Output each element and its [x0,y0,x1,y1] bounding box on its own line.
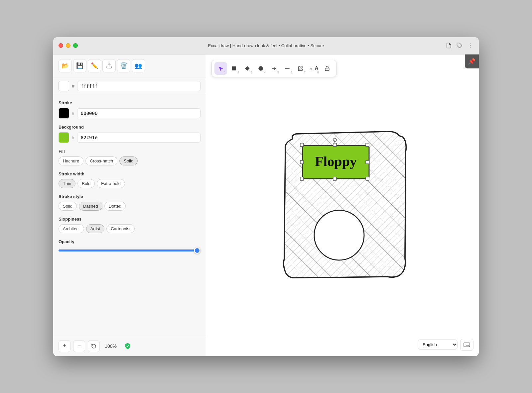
sidebar: 📂 💾 ✏️ 🗑️ 👥 # ffffff Stroke [53,54,206,356]
bg-color-swatch[interactable] [59,81,69,91]
maximize-button[interactable] [73,43,78,48]
background-label: Background [59,125,200,130]
sloppiness-architect[interactable]: Architect [59,224,84,233]
stroke-extra-bold[interactable]: Extra bold [97,179,125,188]
sloppiness-artist[interactable]: Artist [86,224,105,233]
svg-point-45 [314,210,364,260]
svg-rect-39 [300,177,304,180]
fill-label: Fill [59,149,200,154]
window-title: Excalidraw | Hand-drawn look & feel • Co… [208,43,324,48]
opacity-slider-container [59,247,200,253]
titlebar: Excalidraw | Hand-drawn look & feel • Co… [53,37,479,54]
stroke-style-label: Stroke style [59,194,200,199]
sloppiness-options: Architect Artist Cartoonist [59,224,200,233]
stroke-label: Stroke [59,100,200,105]
fill-solid[interactable]: Solid [119,156,138,165]
stroke-color-input[interactable]: 000000 [77,108,200,118]
keyboard-button[interactable] [460,339,473,351]
document-icon[interactable] [446,42,452,49]
sloppiness-cartoonist[interactable]: Cartoonist [106,224,135,233]
floppy-svg: Floppy [273,126,412,285]
minimize-button[interactable] [66,43,70,48]
svg-rect-40 [333,177,336,180]
style-dashed[interactable]: Dashed [79,202,102,211]
svg-text:Floppy: Floppy [315,154,357,169]
zoom-out-button[interactable]: − [73,340,85,352]
opacity-slider[interactable] [59,249,200,251]
edit-button[interactable]: ✏️ [88,59,101,72]
hash-symbol: # [72,83,74,89]
canvas-footer: English Spanish French [418,339,473,351]
sidebar-toolbar: 📂 💾 ✏️ 🗑️ 👥 [53,54,206,77]
svg-rect-41 [366,177,369,180]
app-window: Excalidraw | Hand-drawn look & feel • Co… [53,37,479,356]
stroke-hash: # [72,111,74,116]
stroke-color-swatch[interactable] [59,108,69,119]
background-color-section: # ffffff [53,77,206,95]
svg-rect-38 [366,160,369,164]
close-button[interactable] [59,43,63,48]
language-select[interactable]: English Spanish French [418,340,458,350]
canvas-area[interactable]: 1 2 3 4 5 [206,54,479,356]
collaborate-button[interactable]: 👥 [132,59,145,72]
canvas-content: Floppy [206,54,479,356]
titlebar-actions [446,42,473,49]
opacity-label: Opacity [59,239,200,244]
fill-cross-hatch[interactable]: Cross-hatch [85,156,117,165]
bg-color-row: # 82c91e [59,132,200,143]
svg-rect-34 [300,143,304,147]
reset-zoom-button[interactable] [88,340,100,352]
zoom-in-button[interactable]: + [59,340,70,352]
app-body: 📂 💾 ✏️ 🗑️ 👥 # ffffff Stroke [53,54,479,356]
puzzle-icon[interactable] [456,42,463,49]
svg-rect-35 [333,143,336,147]
fill-options: Hachure Cross-hatch Solid [59,156,200,165]
style-solid[interactable]: Solid [59,202,77,211]
svg-rect-36 [366,143,369,147]
svg-rect-37 [300,160,304,164]
stroke-style-options: Solid Dashed Dotted [59,202,200,211]
bg-hex-input[interactable]: 82c91e [77,133,200,143]
sidebar-content: Stroke # 000000 Background # 82c91e Fill… [53,95,206,336]
health-icon [122,340,134,352]
stroke-color-row: # 000000 [59,108,200,119]
sloppiness-label: Sloppiness [59,217,200,222]
fill-hachure[interactable]: Hachure [59,156,83,165]
zoom-level: 100% [102,344,119,349]
stroke-width-options: Thin Bold Extra bold [59,179,200,188]
open-button[interactable]: 📂 [59,59,72,72]
svg-point-1 [470,44,470,44]
export-button[interactable] [102,59,116,72]
bg-hash: # [72,135,74,140]
sidebar-footer: + − 100% [53,336,206,356]
bg-color-input[interactable]: ffffff [77,81,200,91]
delete-button[interactable]: 🗑️ [117,59,130,72]
stroke-width-label: Stroke width [59,171,200,176]
stroke-thin[interactable]: Thin [59,179,75,188]
save-button[interactable]: 💾 [73,59,86,72]
bg-swatch[interactable] [59,132,69,143]
svg-point-3 [470,47,470,48]
style-dotted[interactable]: Dotted [104,202,126,211]
svg-point-2 [470,45,470,46]
more-icon[interactable] [467,42,473,49]
traffic-lights [59,43,78,48]
stroke-bold[interactable]: Bold [77,179,95,188]
